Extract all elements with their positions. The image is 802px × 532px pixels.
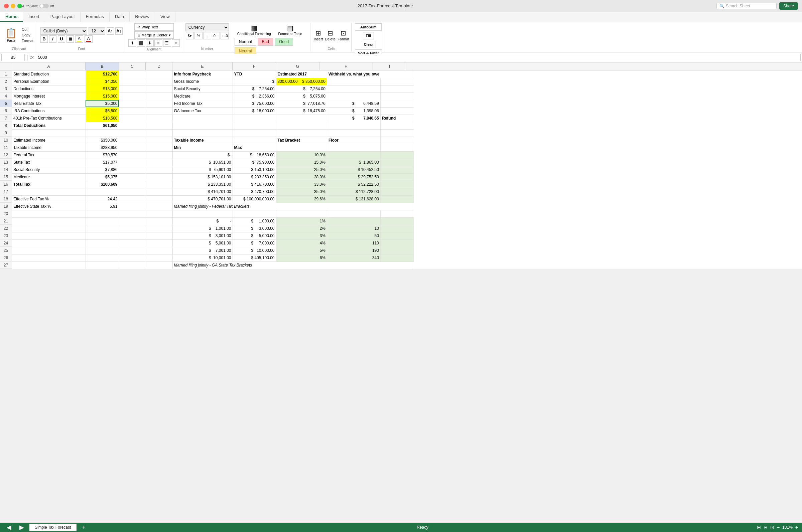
- cell-e14[interactable]: $ 75,901.00: [172, 166, 232, 173]
- cell-e4[interactable]: Medicare: [172, 93, 232, 100]
- row-header-15[interactable]: 15: [0, 173, 12, 181]
- cell-f11[interactable]: Max: [232, 144, 276, 151]
- cell-h23[interactable]: 50: [327, 232, 380, 240]
- cell-g26[interactable]: 6%: [276, 254, 327, 262]
- cell-a8[interactable]: Total Deductions: [12, 122, 86, 129]
- cell-b11[interactable]: $288,950: [86, 144, 119, 151]
- cell-b25[interactable]: [86, 247, 119, 254]
- cell-d20[interactable]: [146, 210, 172, 217]
- cell-i8[interactable]: [380, 122, 414, 129]
- cell-f12[interactable]: $ 18,650.00: [232, 151, 276, 159]
- row-header-8[interactable]: 8: [0, 122, 12, 129]
- increase-font-button[interactable]: A↑: [107, 27, 114, 35]
- cell-g21[interactable]: 1%: [276, 217, 327, 225]
- cell-h13[interactable]: $ 1,865.00: [327, 159, 380, 166]
- cell-c15[interactable]: [119, 173, 146, 181]
- row-header-14[interactable]: 14: [0, 166, 12, 173]
- row-header-11[interactable]: 11: [0, 144, 12, 151]
- normal-style[interactable]: Normal: [235, 38, 256, 46]
- cell-d17[interactable]: [146, 188, 172, 195]
- zoom-out-button[interactable]: −: [777, 525, 780, 530]
- cell-e5[interactable]: Fed Income Tax: [172, 100, 232, 107]
- cell-b23[interactable]: [86, 232, 119, 240]
- row-header-18[interactable]: 18: [0, 195, 12, 203]
- cell-c17[interactable]: [119, 188, 146, 195]
- cell-i16[interactable]: [380, 181, 414, 188]
- cell-c10[interactable]: [119, 137, 146, 144]
- cell-f21[interactable]: $ 1,000.00: [232, 217, 276, 225]
- delete-label[interactable]: Delete: [325, 37, 336, 41]
- wrap-text-button[interactable]: ↵ Wrap Text: [134, 23, 174, 31]
- cell-d5[interactable]: [146, 100, 172, 107]
- good-style[interactable]: Good: [275, 38, 293, 46]
- cell-f23[interactable]: $ 5,000.00: [232, 232, 276, 240]
- autosave-toggle[interactable]: [39, 4, 49, 8]
- cell-reference-input[interactable]: [1, 54, 25, 61]
- cell-g14[interactable]: 25.0%: [276, 166, 327, 173]
- cell-c22[interactable]: [119, 225, 146, 232]
- percent-button[interactable]: %: [194, 32, 203, 39]
- cell-a13[interactable]: State Tax: [12, 159, 86, 166]
- align-center-button[interactable]: ☰: [163, 39, 171, 47]
- cell-g22[interactable]: 2%: [276, 225, 327, 232]
- cell-e16[interactable]: $ 233,351.00: [172, 181, 232, 188]
- autosum-button[interactable]: AutoSum: [355, 23, 381, 31]
- cell-b20[interactable]: [86, 210, 119, 217]
- cell-f16[interactable]: $ 416,700.00: [232, 181, 276, 188]
- cell-a12[interactable]: Federal Tax: [12, 151, 86, 159]
- cell-d6[interactable]: [146, 107, 172, 115]
- currency-button[interactable]: $▾: [186, 32, 194, 39]
- cell-c14[interactable]: [119, 166, 146, 173]
- tab-home[interactable]: Home: [0, 12, 23, 22]
- cell-e23[interactable]: $ 3,001.00: [172, 232, 232, 240]
- scroll-right-sheet[interactable]: ▶: [17, 524, 27, 531]
- cell-i7[interactable]: Refund: [380, 115, 414, 122]
- cell-c3[interactable]: [119, 85, 146, 93]
- cell-f20[interactable]: [232, 210, 276, 217]
- cell-d27[interactable]: [146, 262, 172, 269]
- cell-a3[interactable]: Deductions: [12, 85, 86, 93]
- cell-e15[interactable]: $ 153,101.00: [172, 173, 232, 181]
- cell-g23[interactable]: 3%: [276, 232, 327, 240]
- decrease-decimal-button[interactable]: ←.0: [221, 32, 228, 39]
- cell-i13[interactable]: [380, 159, 414, 166]
- cell-e8[interactable]: [172, 122, 232, 129]
- cell-c18[interactable]: [119, 195, 146, 203]
- cell-d3[interactable]: [146, 85, 172, 93]
- cell-i17[interactable]: [380, 188, 414, 195]
- cell-a22[interactable]: [12, 225, 86, 232]
- tab-review[interactable]: Review: [130, 12, 155, 22]
- cell-h12[interactable]: [327, 151, 380, 159]
- cell-i24[interactable]: [380, 240, 414, 247]
- cell-c5[interactable]: [119, 100, 146, 107]
- cell-b27[interactable]: [86, 262, 119, 269]
- cell-i2[interactable]: [380, 78, 414, 85]
- fill-button[interactable]: Fill: [363, 32, 374, 39]
- cell-h4[interactable]: [327, 93, 380, 100]
- cell-a4[interactable]: Mortgage Interest: [12, 93, 86, 100]
- minimize-button[interactable]: [11, 4, 15, 8]
- cell-h7[interactable]: $ 7,846.65: [327, 115, 380, 122]
- cell-e20[interactable]: [172, 210, 232, 217]
- cell-h3[interactable]: [327, 85, 380, 93]
- cell-i4[interactable]: [380, 93, 414, 100]
- cell-c11[interactable]: [119, 144, 146, 151]
- italic-button[interactable]: I: [49, 35, 56, 43]
- row-header-6[interactable]: 6: [0, 107, 12, 115]
- tab-page-layout[interactable]: Page Layout: [45, 12, 80, 22]
- add-sheet-plus-button[interactable]: +: [79, 524, 89, 531]
- row-header-5[interactable]: 5: [0, 100, 12, 107]
- cell-e22[interactable]: $ 1,001.00: [172, 225, 232, 232]
- cell-d7[interactable]: [146, 115, 172, 122]
- cell-h10[interactable]: Floor: [327, 137, 380, 144]
- cell-f10[interactable]: [232, 137, 276, 144]
- cell-h26[interactable]: 340: [327, 254, 380, 262]
- cell-a16[interactable]: Total Tax: [12, 181, 86, 188]
- cell-f18[interactable]: $ 100,000,000.00: [232, 195, 276, 203]
- cell-g2[interactable]: 300,000.00 $ 350,000.00: [276, 78, 327, 85]
- cell-e7[interactable]: [172, 115, 232, 122]
- cell-g13[interactable]: 15.0%: [276, 159, 327, 166]
- cell-h15[interactable]: $ 29,752.50: [327, 173, 380, 181]
- cell-i15[interactable]: [380, 173, 414, 181]
- cell-g15[interactable]: 28.0%: [276, 173, 327, 181]
